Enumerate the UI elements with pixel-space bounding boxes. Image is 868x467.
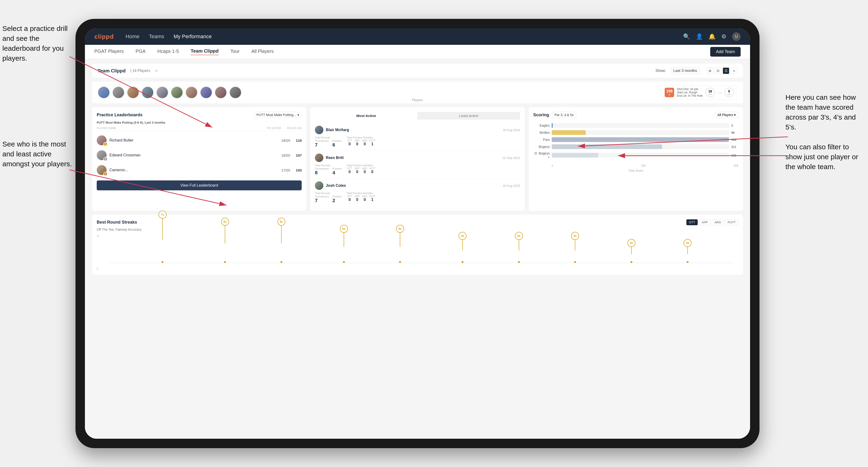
player-avatar-10[interactable]: [229, 86, 242, 99]
period-dropdown[interactable]: Last 3 months: [671, 67, 700, 74]
chart-bar-container-eagles: [552, 123, 729, 128]
subnav-tour[interactable]: Tour: [230, 49, 240, 55]
chart-value-birdies: 96: [731, 131, 738, 134]
chart-bar-birdies: [552, 130, 586, 135]
lb-avg-3: 103: [296, 168, 302, 172]
user-avatar[interactable]: U: [732, 32, 741, 41]
player-avatar-2[interactable]: [112, 86, 125, 99]
people-icon[interactable]: 👤: [696, 33, 703, 40]
bubble-circle-3x-2: 3x: [684, 239, 691, 247]
chevron-down-icon: ▾: [298, 113, 299, 117]
shot-info: Shot Dist: 16 yds Start Lie: Rough End L…: [677, 88, 703, 97]
bubble-line-4x-3: [575, 240, 575, 250]
lb-avatar-3: 3: [97, 165, 106, 175]
tablet-frame: clippd Home Teams My Performance 🔍 👤 🔔 ⚙…: [75, 19, 760, 448]
subnav-team-clippd[interactable]: Team Clippd: [191, 49, 219, 55]
nav-teams[interactable]: Teams: [149, 33, 164, 40]
streak-filter-arg[interactable]: ARG: [712, 219, 724, 225]
leaderboard-row-3: 3 Cameron... 17/20 103: [97, 163, 302, 178]
pc-practice-activities-rees: Total Practice Activities OTT0 APP0 ARG0…: [346, 164, 375, 174]
streak-filter-ott[interactable]: OTT: [686, 219, 698, 225]
streak-chart-container: % 0 7x 6x 6x: [108, 235, 734, 270]
pc-name-blair: Blair McHarg: [326, 128, 500, 132]
chart-bar-pars: [552, 137, 729, 142]
nav-my-performance[interactable]: My Performance: [174, 33, 212, 40]
bubble-dot-3x-1: [630, 261, 632, 263]
bubble-circle-5x-2: 5x: [396, 225, 404, 233]
pc-stats-josh: Total Rounds Tournament 7 Practice 2: [315, 192, 520, 203]
subnav-all-players[interactable]: All Players: [251, 49, 274, 55]
scoring-par-filter[interactable]: Par 3, 4 & 5s: [552, 112, 576, 118]
leaderboard-row-2: 2 Edward Crossman 18/20 107: [97, 148, 302, 163]
chart-x-axis: 0 200 400: [533, 164, 738, 167]
leaderboard-card-header: Practice Leaderboards PUTT Must Make Put…: [97, 112, 302, 118]
sub-nav: PGAT Players PGA Hcaps 1-5 Team Clippd T…: [85, 45, 750, 59]
lb-name-2: Edward Crossman: [110, 153, 279, 157]
view-full-leaderboard-button[interactable]: View Full Leaderboard: [97, 181, 302, 190]
chart-row-bogeys: Bogeys 311: [533, 144, 738, 149]
top-nav: clippd Home Teams My Performance 🔍 👤 🔔 ⚙…: [85, 28, 750, 45]
player-avatar-5[interactable]: [156, 86, 168, 99]
player-avatar-4[interactable]: [142, 86, 154, 99]
view-grid3-btn[interactable]: ⊟: [715, 67, 721, 74]
shot-circles: 16 yds — 0 yds: [706, 88, 734, 97]
player-avatar-8[interactable]: [200, 86, 212, 99]
streak-bubble-4x-1: 4x: [459, 243, 467, 263]
streak-bubble-4x-2: 4x: [515, 243, 523, 263]
bubble-line-4x-2: [519, 240, 519, 250]
bubble-dot-4x-2: [518, 261, 520, 263]
bubble-circle-7x: 7x: [158, 211, 166, 219]
drill-dropdown[interactable]: PUTT Must Make Putting... ▾: [254, 112, 302, 118]
least-active-toggle[interactable]: Least Active: [417, 112, 520, 120]
scoring-players-dropdown[interactable]: All Players ▾: [715, 112, 738, 118]
lb-score-2: 18/20: [281, 153, 290, 157]
subnav-pga[interactable]: PGA: [135, 49, 146, 55]
pc-total-rounds-josh: Total Rounds Tournament 7 Practice 2: [315, 192, 342, 203]
most-active-toggle[interactable]: Most Active: [315, 112, 417, 120]
streak-bubble-5x-2: 5x: [396, 239, 404, 263]
annotation-top-left: Select a practice drill and see the lead…: [2, 24, 68, 63]
bubble-circle-6x-2: 6x: [277, 218, 285, 226]
chart-value-pars: 499: [731, 138, 738, 142]
view-grid2-btn[interactable]: ⊞: [707, 67, 713, 74]
search-icon[interactable]: 🔍: [683, 33, 690, 40]
view-bars-btn[interactable]: ≡: [731, 67, 737, 74]
pc-avatar-josh: [315, 181, 323, 190]
streaks-title: Best Round Streaks: [97, 220, 137, 225]
nav-home[interactable]: Home: [126, 33, 140, 40]
nav-icons: 🔍 👤 🔔 ⚙ U: [683, 32, 741, 41]
streak-filter-app[interactable]: APP: [699, 219, 710, 225]
bubble-circle-6x-1: 6x: [221, 218, 229, 226]
lb-score-1: 19/20: [281, 138, 290, 143]
chart-bar-bogeys: [552, 144, 662, 149]
col-pb-avg: PB AVG SQ: [287, 127, 302, 129]
edit-team-icon[interactable]: ✏: [155, 69, 158, 73]
player-avatar-7[interactable]: [185, 86, 198, 99]
player-avatar-6[interactable]: [171, 86, 183, 99]
bell-icon[interactable]: 🔔: [709, 33, 716, 40]
subnav-hcaps[interactable]: Hcaps 1-5: [157, 49, 179, 55]
streak-bubble-7x: 7x: [158, 232, 166, 263]
bubble-line-3x-2: [687, 247, 688, 254]
player-avatar-3[interactable]: [127, 86, 139, 99]
player-card-josh: Josh Coles 26 Aug 2023 Total Rounds Tour…: [315, 179, 520, 206]
add-team-button[interactable]: Add Team: [710, 47, 741, 57]
view-list-btn[interactable]: ☰: [723, 67, 729, 74]
pc-name-josh: Josh Coles: [326, 184, 500, 188]
practice-leaderboards-card: Practice Leaderboards PUTT Must Make Put…: [92, 107, 306, 211]
streak-filter-putt[interactable]: PUTT: [725, 219, 738, 225]
lb-avatar-1: 1: [97, 135, 106, 145]
player-card-rees: Rees Britt 02 Sep 2023 Total Rounds Tour…: [315, 151, 520, 179]
settings-icon[interactable]: ⚙: [721, 33, 726, 40]
streak-bubble-4x-3: 4x: [571, 243, 579, 263]
bubble-line-6x-2: [281, 226, 282, 243]
subnav-pgat[interactable]: PGAT Players: [94, 49, 124, 55]
bubble-line-7x: [162, 219, 163, 240]
col-pb-score: PB SCORE: [267, 127, 281, 129]
total-shots-label: Total Shots: [533, 169, 738, 173]
player-avatar-1[interactable]: [98, 86, 110, 99]
player-avatar-9[interactable]: [215, 86, 227, 99]
pc-header-josh: Josh Coles 26 Aug 2023: [315, 181, 520, 190]
streak-bubble-5x-1: 5x: [340, 239, 348, 263]
bubble-circle-5x-1: 5x: [340, 225, 348, 233]
